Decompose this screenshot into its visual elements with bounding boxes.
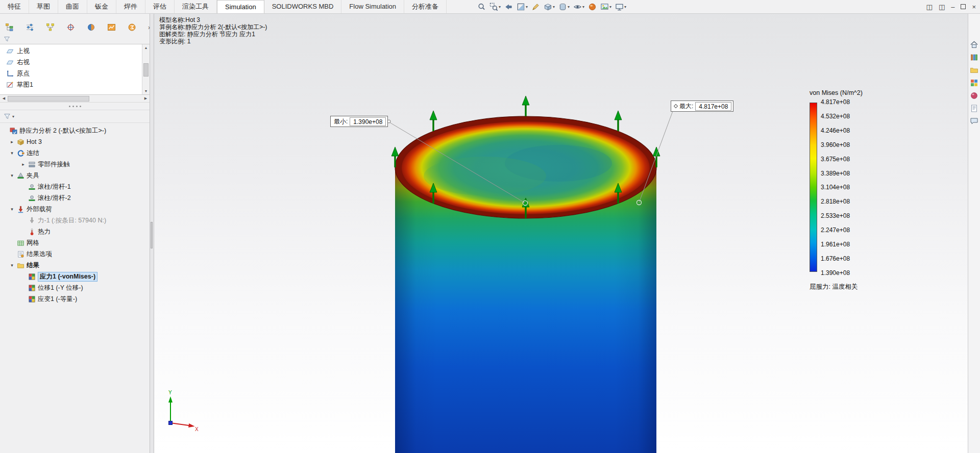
scroll-down-icon[interactable]: ▼ — [144, 88, 148, 94]
tree-item-roller-slider-2[interactable]: 滚柱/滑杆-2 — [0, 192, 150, 204]
horizontal-scrollbar[interactable]: ◀ ▶ — [0, 95, 150, 103]
y-axis-arrow-icon — [168, 396, 173, 402]
display-style-button[interactable]: ▾ — [558, 3, 570, 11]
tree-item-connections[interactable]: ▾ 连结 — [0, 147, 150, 159]
zoom-to-area-button[interactable]: ▾ — [489, 3, 501, 11]
feature-item-origin[interactable]: 原点 — [0, 68, 142, 79]
scroll-left-icon[interactable]: ◀ — [0, 96, 8, 100]
study-icon — [10, 127, 17, 135]
tab-sheet-metal[interactable]: 钣金 — [87, 0, 116, 13]
maximize-button[interactable] — [961, 4, 966, 9]
tree-item-force-1[interactable]: 力-1 (:按条目: 57940 N:) — [0, 215, 150, 226]
simulation-results-tab-icon[interactable] — [128, 23, 136, 32]
expand-arrow-icon[interactable]: ▸ — [9, 139, 15, 144]
tree-item-roller-slider-1[interactable]: 滚柱/滑杆-1 — [0, 181, 150, 192]
vertical-scrollbar[interactable]: ▲ ▼ — [142, 44, 150, 94]
view-palette-icon[interactable] — [970, 79, 978, 87]
annotation-button[interactable] — [531, 3, 540, 11]
scrollbar-track[interactable] — [142, 51, 150, 88]
dimxpertmanager-tab-icon[interactable] — [66, 23, 75, 32]
tree-item-results[interactable]: ▾ 结果 — [0, 260, 150, 271]
feature-item-top-plane[interactable]: 上视 — [0, 45, 142, 57]
view-settings-icon — [615, 3, 624, 11]
file-explorer-icon[interactable] — [970, 66, 978, 74]
feature-item-right-plane[interactable]: 右视 — [0, 57, 142, 68]
tab-surfaces[interactable]: 曲面 — [58, 0, 87, 13]
hide-show-items-button[interactable]: ▾ — [573, 3, 584, 11]
featuremanager-tab-icon[interactable] — [5, 23, 14, 32]
tree-item-result-options[interactable]: 结果选项 — [0, 248, 150, 260]
tree-item-thermal[interactable]: 热力 — [0, 226, 150, 237]
collapse-arrow-icon[interactable]: ▾ — [9, 207, 15, 212]
part-icon — [17, 138, 24, 146]
zoom-to-area-icon — [489, 3, 498, 11]
filter-funnel-icon[interactable] — [4, 36, 10, 42]
zoom-to-fit-button[interactable] — [477, 3, 486, 11]
chevron-down-icon[interactable]: ▾ — [12, 114, 14, 119]
tab-sketch[interactable]: 草图 — [29, 0, 58, 13]
filter-funnel-icon[interactable] — [4, 113, 11, 120]
custom-properties-icon[interactable] — [970, 104, 978, 113]
roller-fixture-icon — [28, 183, 36, 191]
feature-item-sketch1[interactable]: 草图1 — [0, 79, 142, 90]
stress-color-legend[interactable]: von Mises (N/m^2) 4.817e+08 4.532e+08 4.… — [810, 89, 891, 291]
configurationmanager-tab-icon[interactable] — [46, 23, 55, 32]
previous-view-button[interactable] — [504, 3, 513, 11]
collapse-arrow-icon[interactable]: ▾ — [9, 263, 15, 268]
z-axis-dot-icon — [169, 421, 173, 425]
forum-icon[interactable] — [970, 117, 978, 125]
dock-pane-icon[interactable]: ◫ — [926, 4, 933, 10]
tree-item-strain1[interactable]: 应变1 (-等量-) — [0, 293, 150, 305]
panel-vertical-splitter[interactable] — [150, 14, 154, 453]
tab-render-tools[interactable]: 渲染工具 — [175, 0, 217, 13]
tab-weldments[interactable]: 焊件 — [116, 0, 145, 13]
expand-arrow-icon[interactable]: ▸ — [20, 162, 26, 167]
max-value-callout[interactable]: 最大: 4.817e+08 — [671, 100, 733, 112]
tree-item-component-contact[interactable]: ▸ 零部件接触 — [0, 159, 150, 170]
y-axis-label: Y — [168, 390, 172, 395]
panel-horizontal-splitter[interactable] — [0, 103, 150, 110]
tab-features[interactable]: 特征 — [0, 0, 29, 13]
close-button[interactable]: × — [972, 4, 976, 10]
tab-simulation[interactable]: Simulation — [217, 0, 264, 13]
view-settings-button[interactable]: ▾ — [615, 3, 626, 11]
scroll-up-icon[interactable]: ▲ — [144, 44, 148, 51]
orientation-triad: Y X — [168, 390, 199, 432]
scrollbar-thumb[interactable] — [8, 96, 89, 102]
tab-solidworks-mbd[interactable]: SOLIDWORKS MBD — [264, 0, 342, 13]
appearances-icon[interactable] — [970, 91, 978, 100]
tree-item-external-loads[interactable]: ▾ 外部载荷 — [0, 204, 150, 215]
design-library-icon[interactable] — [970, 53, 978, 62]
tree-item-displacement1[interactable]: 位移1 (-Y 位移-) — [0, 282, 150, 293]
graphics-viewport[interactable]: Y X 模型名称:Hot 3 算例名称:静应力分析 2(-默认<按加工>-) 图… — [154, 14, 968, 453]
tree-item-stress1[interactable]: 应力1 (-vonMises-) — [0, 271, 150, 282]
collapse-arrow-icon[interactable]: ▾ — [9, 173, 15, 178]
min-value-callout[interactable]: 最小: 1.390e+08 — [330, 116, 388, 127]
edit-appearance-button[interactable] — [588, 3, 597, 11]
minimize-button[interactable]: – — [951, 4, 954, 10]
cylinder-model[interactable] — [395, 116, 656, 453]
tree-item-study[interactable]: 静应力分析 2 (-默认<按加工>-) — [0, 125, 150, 136]
propertymanager-tab-icon[interactable] — [26, 23, 34, 32]
tab-evaluate[interactable]: 评估 — [145, 0, 175, 13]
view-orientation-button[interactable]: ▾ — [544, 3, 555, 11]
apply-scene-button[interactable]: ▾ — [600, 3, 611, 11]
dock-pane-icon[interactable]: ◫ — [939, 4, 945, 10]
section-view-button[interactable]: ▾ — [517, 3, 528, 11]
tab-analysis-preparation[interactable]: 分析准备 — [404, 0, 447, 13]
scroll-right-icon[interactable]: ▶ — [142, 96, 150, 100]
simulation-study-tab-icon[interactable] — [107, 23, 116, 32]
tree-item-fixtures[interactable]: ▾ 夹具 — [0, 170, 150, 181]
tree-item-hot3[interactable]: ▸ Hot 3 — [0, 136, 150, 147]
splitter-grip[interactable] — [151, 222, 153, 248]
display-style-icon — [558, 3, 567, 11]
tree-item-mesh[interactable]: 网格 — [0, 237, 150, 248]
callout-handle-icon[interactable] — [674, 104, 678, 108]
displaymanager-tab-icon[interactable] — [87, 23, 95, 32]
home-icon[interactable] — [970, 40, 978, 49]
scrollbar-thumb[interactable] — [143, 63, 149, 77]
collapse-arrow-icon[interactable]: ▾ — [9, 150, 15, 156]
tree-item-label: 应力1 (-vonMises-) — [38, 272, 97, 282]
tree-item-label: 网格 — [27, 239, 39, 247]
tab-flow-simulation[interactable]: Flow Simulation — [341, 0, 404, 13]
